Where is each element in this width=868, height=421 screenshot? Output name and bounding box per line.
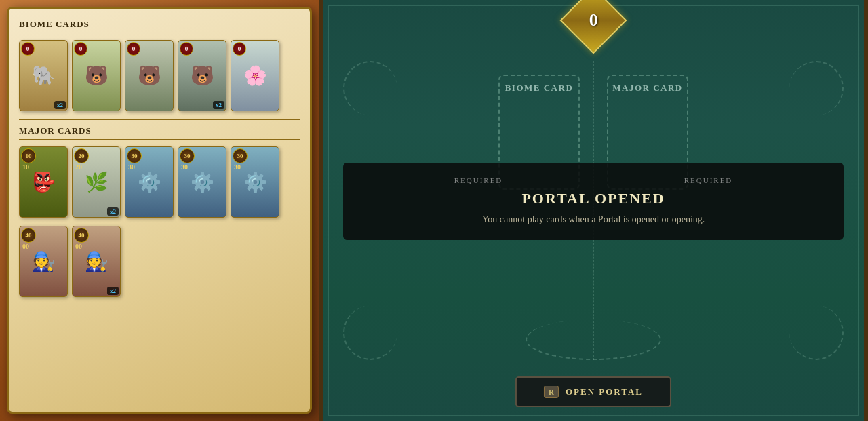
major-card-3[interactable]: 30 30 ⚙️ (125, 146, 174, 218)
biome-card-3[interactable]: 0 🐻 (125, 40, 174, 111)
prov-card-2-count: x2 (107, 287, 119, 295)
required-right: REQUIRED (684, 176, 733, 184)
required-row: REQUIRED REQUIRED (363, 176, 823, 184)
score-diamond: 0 (560, 0, 627, 54)
major-card-4-inner: 30 (181, 163, 188, 171)
portal-key-hint: R (544, 386, 559, 398)
bottom-arc-decoration (526, 319, 661, 360)
major-card-5-cost: 30 (233, 148, 248, 163)
portal-opened-title: PORTAL OPENED (363, 190, 823, 207)
biome-card-3-cost: 0 (127, 42, 140, 56)
biome-card-2[interactable]: 0 🐻 (72, 40, 121, 111)
biome-card-4-count: x2 (213, 101, 224, 109)
major-card-2-cost: 20 (74, 148, 89, 163)
prov-card-2-inner: 00 (75, 243, 82, 250)
major-cards-row1: 10 10 👺 20 20 🌿 x2 30 30 ⚙️ 30 30 ⚙️ 30 … (19, 146, 300, 218)
biome-card-4-cost: 0 (180, 42, 193, 56)
major-cards-row2: 40 00 🧑‍🔧 40 00 🧑‍🔧 x2 Provisioner Card (19, 226, 300, 297)
major-card-3-inner: 30 (128, 163, 135, 171)
game-board-panel: 0 BIOME CARD MAJOR CARD REQUIRED REQUIRE… (319, 0, 868, 421)
provisioner-card-2[interactable]: 40 00 🧑‍🔧 x2 Provisioner Card (72, 226, 121, 297)
corner-arc-bl (343, 306, 397, 360)
major-slot-label: MAJOR CARD (612, 83, 682, 94)
biome-card-5-cost: 0 (233, 42, 246, 56)
portal-opened-description: You cannot play cards when a Portal is o… (363, 213, 823, 226)
major-card-2-count: x2 (107, 207, 119, 216)
provisioner-card-1[interactable]: 40 00 🧑‍🔧 (19, 226, 68, 297)
major-section-title: MAJOR CARDS (19, 125, 300, 140)
major-card-5[interactable]: 30 30 ⚙️ (231, 146, 279, 218)
required-left: REQUIRED (454, 176, 503, 184)
biome-card-1-count: x2 (54, 101, 66, 109)
biome-section-title: BIOME CARDS (19, 19, 300, 33)
biome-card-1[interactable]: 0 🐘 x2 (19, 40, 68, 111)
portal-notification: REQUIRED REQUIRED PORTAL OPENED You cann… (343, 163, 844, 240)
section-divider (19, 119, 300, 120)
score-value: 0 (589, 10, 598, 31)
major-card-2-inner: 20 (75, 163, 82, 171)
major-card-1-cost: 10 (21, 148, 36, 163)
biome-card-1-cost: 0 (21, 42, 35, 56)
prov-card-2-cost: 40 (74, 228, 89, 243)
provisioner-card-tooltip: Provisioner Card (120, 280, 121, 297)
major-card-3-cost: 30 (127, 148, 142, 163)
major-card-5-inner: 30 (234, 163, 241, 171)
card-book-panel: BIOME CARDS 0 🐘 x2 0 🐻 0 🐻 0 🐻 x2 0 🌸 (7, 7, 312, 414)
major-card-1[interactable]: 10 10 👺 (19, 146, 68, 218)
major-card-1-inner: 10 (22, 163, 29, 171)
corner-arc-br (789, 306, 844, 360)
major-card-4-cost: 30 (180, 148, 195, 163)
portal-button-label: OPEN PORTAL (566, 386, 643, 397)
biome-card-4[interactable]: 0 🐻 x2 (178, 40, 226, 111)
score-badge: 0 (570, 0, 617, 44)
prov-card-1-cost: 40 (21, 228, 36, 243)
biome-cards-row: 0 🐘 x2 0 🐻 0 🐻 0 🐻 x2 0 🌸 (19, 40, 300, 111)
biome-slot-label: BIOME CARD (505, 83, 574, 94)
major-card-4[interactable]: 30 30 ⚙️ (178, 146, 226, 218)
prov-card-1-inner: 00 (22, 243, 29, 250)
biome-card-5[interactable]: 0 🌸 (231, 40, 279, 111)
biome-card-2-cost: 0 (74, 42, 87, 56)
open-portal-button[interactable]: R OPEN PORTAL (515, 376, 671, 407)
major-card-2[interactable]: 20 20 🌿 x2 (72, 146, 121, 218)
